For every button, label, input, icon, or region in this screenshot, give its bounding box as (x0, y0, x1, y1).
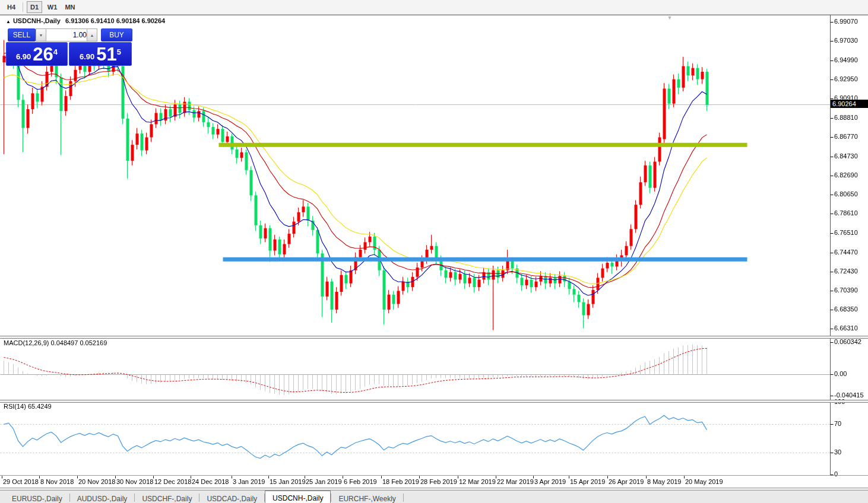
price-axis-label: 6.70390 (834, 286, 858, 294)
chart-tab-eurchf-weekly[interactable]: EURCHF-,Weekly (331, 492, 403, 503)
price-axis-label: 6.72430 (834, 268, 858, 275)
chart-tab-bar: EURUSD-,DailyAUDUSD-,DailyUSDCHF-,DailyU… (0, 490, 868, 503)
chart-symbol-period: USDCNH-,Daily (13, 17, 61, 24)
price-axis-label: 6.82690 (834, 171, 858, 179)
buy-button[interactable]: BUY (101, 28, 132, 42)
price-axis-line (830, 15, 831, 476)
chart-top-border (0, 15, 868, 15)
timeframe-button-mn[interactable]: MN (62, 1, 78, 13)
date-axis-label: 29 Oct 2018 (3, 478, 39, 485)
timeframe-button-w1[interactable]: W1 (45, 1, 60, 13)
chart-ohlc-values: 6.91306 6.91410 6.90184 6.90264 (65, 17, 165, 24)
chart-tab-usdcnh-daily[interactable]: USDCNH-,Daily (265, 491, 331, 503)
date-axis-label: 12 Mar 2019 (459, 478, 496, 485)
macd-axis-label: 0.00 (834, 370, 847, 377)
chart-tab-audusd-daily[interactable]: AUDUSD-,Daily (70, 492, 135, 503)
date-axis-label: 15 Apr 2019 (570, 478, 605, 485)
volume-decrease-button[interactable]: ▼ (36, 28, 46, 42)
sell-price-big-digits: 26 (33, 46, 53, 63)
date-axis-label: 8 Nov 2018 (40, 478, 74, 485)
price-axis-label: 6.78610 (834, 209, 858, 217)
buy-price-pip-digit: 5 (117, 47, 121, 56)
chevron-up-icon: ▲ (90, 33, 94, 37)
date-axis-label: 24 Dec 2018 (192, 478, 229, 485)
macd-splitter[interactable] (0, 336, 868, 339)
chart-tab-usdcad-daily[interactable]: USDCAD-,Daily (199, 492, 264, 503)
price-axis-label: 6.99070 (834, 18, 858, 25)
date-axis-label: 3 Apr 2019 (534, 478, 566, 485)
sell-button-label: SELL (13, 31, 30, 39)
price-axis-label: 6.92950 (834, 75, 858, 82)
date-axis-label: 26 Apr 2019 (609, 478, 644, 485)
price-axis-label: 6.66310 (834, 324, 858, 332)
date-axis-label: 8 May 2019 (647, 478, 681, 485)
toolbar-separator (23, 2, 23, 12)
sell-button[interactable]: SELL (8, 28, 36, 42)
date-axis-label: 15 Jan 2019 (270, 478, 306, 485)
price-axis-label: 6.86770 (834, 133, 858, 140)
buy-price-big-digits: 51 (96, 46, 116, 63)
timeframe-button-h4[interactable]: H4 (4, 1, 19, 13)
scroll-to-end-icon[interactable]: ▼ (665, 15, 674, 21)
date-axis-label: 20 May 2019 (685, 478, 723, 485)
buy-price-box[interactable]: 6.90515 (69, 42, 132, 66)
date-axis-top-border (0, 475, 868, 476)
sell-price-box[interactable]: 6.90264 (6, 42, 68, 66)
buy-button-label: BUY (109, 31, 124, 39)
sell-price-prefix: 6.90 (16, 52, 31, 61)
timeframe-button-d1[interactable]: D1 (27, 1, 42, 13)
volume-increase-button[interactable]: ▲ (87, 28, 97, 42)
price-axis-label: 6.97030 (834, 37, 858, 44)
timeframe-toolbar: H4D1W1MN (0, 0, 868, 15)
date-axis-label: 28 Feb 2019 (420, 478, 457, 485)
chart-tab-usdchf-daily[interactable]: USDCHF-,Daily (135, 492, 199, 503)
sell-price-pip-digit: 4 (53, 47, 58, 56)
date-axis-label: 25 Jan 2019 (306, 478, 342, 485)
date-axis-label: 6 Feb 2019 (344, 478, 377, 485)
rsi-axis-label: 0 (834, 470, 838, 477)
date-axis-label: 30 Nov 2018 (116, 478, 153, 485)
price-axis-label: 6.68350 (834, 305, 858, 313)
rsi-axis-label: 30 (834, 448, 841, 456)
rsi-label: RSI(14) 65.4249 (4, 403, 52, 410)
mt4-window: H4D1W1MN ▼ ▲USDCNH-,Daily6.91306 6.91410… (0, 0, 868, 503)
date-axis-label: 18 Feb 2019 (382, 478, 419, 485)
collapse-expert-icon[interactable]: ▲ (6, 19, 11, 24)
rsi-axis-label: 70 (834, 420, 841, 427)
date-axis-label: 12 Dec 2018 (154, 478, 191, 485)
current-price-tag: 6.90264 (831, 100, 868, 108)
tab-separator (403, 494, 404, 502)
date-axis-label: 3 Jan 2019 (233, 478, 265, 485)
price-axis-label: 6.84730 (834, 152, 858, 160)
date-axis-label: 22 Mar 2019 (497, 478, 534, 485)
price-axis-label: 6.76510 (834, 229, 858, 236)
price-axis-label: 6.88810 (834, 114, 858, 121)
price-axis-label: 6.74470 (834, 249, 858, 256)
chevron-down-icon: ▼ (39, 33, 43, 37)
chart-tab-eurusd-daily[interactable]: EURUSD-,Daily (5, 492, 69, 503)
buy-price-prefix: 6.90 (80, 52, 94, 61)
price-axis-label: 6.80650 (834, 190, 858, 198)
price-axis-label: 6.94990 (834, 56, 858, 63)
date-axis-label: 20 Nov 2018 (78, 478, 115, 485)
volume-input[interactable] (46, 28, 90, 42)
chart-canvas[interactable] (0, 0, 868, 503)
macd-axis-label: 0.060342 (834, 338, 861, 345)
chart-title: ▲USDCNH-,Daily6.91306 6.91410 6.90184 6.… (6, 17, 165, 24)
macd-label: MACD(12,26,9) 0.048497 0.052169 (4, 339, 107, 346)
rsi-splitter[interactable] (0, 400, 868, 403)
